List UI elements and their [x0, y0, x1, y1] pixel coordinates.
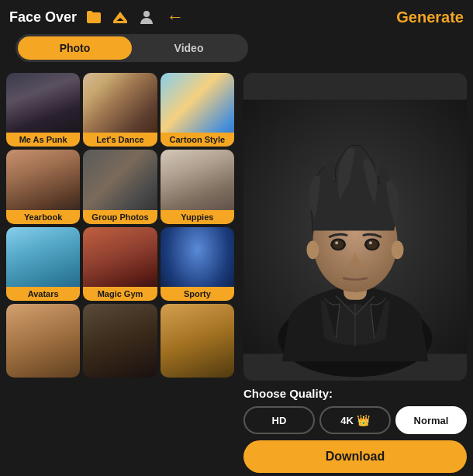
crown-icon-4k: 👑 — [357, 414, 370, 426]
quality-options: HD 4K 👑 Normal — [243, 406, 467, 434]
grid-item-sporty[interactable]: Sporty — [161, 227, 234, 301]
folder-button[interactable] — [83, 6, 105, 28]
grid-item-row4c[interactable] — [161, 304, 234, 378]
svg-point-11 — [367, 240, 378, 249]
grid-label-4: Yearbook — [6, 210, 80, 224]
grid-item-avatars[interactable]: Avatars — [6, 227, 80, 301]
tab-photo[interactable]: Photo — [18, 36, 132, 60]
svg-rect-1 — [113, 21, 127, 23]
grid-item-lets-dance[interactable]: Let's Dance — [83, 73, 157, 147]
grid-label-2: Let's Dance — [83, 133, 157, 147]
grid-label-3: Cartoon Style — [161, 133, 234, 147]
grid-label-7: Avatars — [6, 287, 80, 301]
grid-label-1: Me As Punk — [6, 133, 80, 147]
preview-image — [243, 73, 467, 381]
svg-point-13 — [369, 241, 372, 244]
svg-point-14 — [341, 267, 369, 279]
user-icon — [138, 9, 155, 26]
tabs: Photo Video — [16, 34, 248, 62]
grid-item-group-photos[interactable]: Group Photos — [83, 150, 157, 223]
grid-item-cartoon-style[interactable]: Cartoon Style — [161, 73, 234, 147]
crown-button[interactable] — [109, 6, 131, 28]
grid-item-row4a[interactable] — [6, 304, 80, 378]
grid-item-yearbook[interactable]: Yearbook — [6, 150, 80, 223]
svg-point-12 — [335, 241, 338, 244]
quality-section: Choose Quality: HD 4K 👑 Normal Download — [243, 387, 467, 476]
tabs-container: Photo Video — [0, 34, 473, 73]
left-panel: Me As Punk Let's Dance Cartoon Style Yea… — [0, 73, 240, 476]
quality-normal-button[interactable]: Normal — [395, 406, 467, 434]
back-button[interactable]: ← — [167, 7, 184, 27]
right-panel: Choose Quality: HD 4K 👑 Normal Download — [240, 73, 473, 476]
main-content: Me As Punk Let's Dance Cartoon Style Yea… — [0, 73, 473, 476]
grid-item-row4b[interactable] — [83, 304, 157, 378]
grid-label-6: Yuppies — [161, 210, 234, 224]
portrait-svg — [243, 73, 467, 381]
grid-label-9: Sporty — [161, 287, 234, 301]
header-icons — [83, 6, 157, 28]
crown-icon — [112, 10, 129, 24]
download-button[interactable]: Download — [243, 440, 467, 473]
folder-icon — [85, 9, 102, 25]
user-button[interactable] — [136, 6, 157, 28]
grid-item-magic-gym[interactable]: Magic Gym — [83, 227, 157, 301]
svg-point-10 — [333, 240, 344, 249]
template-grid: Me As Punk Let's Dance Cartoon Style Yea… — [6, 73, 234, 378]
svg-point-16 — [392, 240, 404, 259]
tab-video[interactable]: Video — [132, 36, 246, 60]
grid-item-yuppies[interactable]: Yuppies — [161, 150, 234, 223]
svg-point-2 — [143, 11, 150, 17]
quality-hd-button[interactable]: HD — [243, 406, 315, 434]
svg-marker-0 — [113, 12, 127, 22]
app-title: Face Over — [9, 9, 77, 26]
grid-item-me-as-punk[interactable]: Me As Punk — [6, 73, 80, 147]
quality-title: Choose Quality: — [243, 387, 467, 400]
grid-label-8: Magic Gym — [83, 287, 157, 301]
generate-button[interactable]: Generate — [396, 9, 464, 26]
app-header: Face Over ← Generate — [0, 0, 473, 34]
quality-4k-button[interactable]: 4K 👑 — [319, 406, 391, 434]
grid-label-5: Group Photos — [83, 210, 157, 224]
svg-point-15 — [306, 240, 319, 259]
header-left: Face Over ← — [9, 6, 184, 28]
